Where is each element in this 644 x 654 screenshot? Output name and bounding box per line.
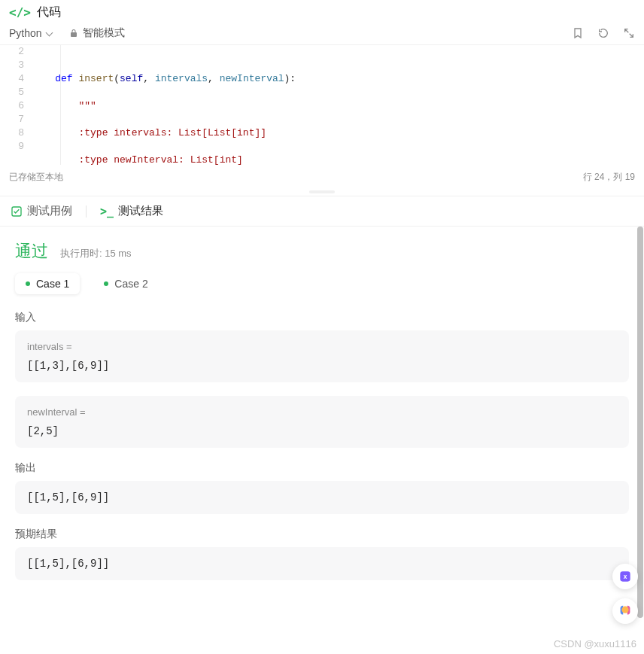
input-var-value: [[1,3],[6,9]] <box>27 360 617 372</box>
cursor-position: 行 24，列 19 <box>583 171 635 184</box>
result-tabs: 测试用例 >_ 测试结果 <box>0 196 644 227</box>
tab-divider <box>86 205 87 217</box>
runtime-label: 执行用时: 15 ms <box>60 247 132 260</box>
lock-icon <box>69 29 78 38</box>
tab-label: 测试用例 <box>27 204 72 218</box>
brain-icon <box>617 603 633 619</box>
case-tab-2[interactable]: Case 2 <box>93 273 158 294</box>
case-label: Case 2 <box>114 278 147 290</box>
status-dot <box>104 281 108 286</box>
chevron-down-icon <box>47 29 54 37</box>
status-dot <box>26 281 30 286</box>
input-box-intervals: intervals = [[1,3],[6,9]] <box>15 330 629 382</box>
result-header: 通过 执行用时: 15 ms <box>15 227 629 273</box>
expected-box: [[1,5],[6,9]] <box>15 547 629 580</box>
language-label: Python <box>9 27 42 39</box>
language-select[interactable]: Python <box>9 27 54 39</box>
case-tabs: Case 1 Case 2 <box>15 273 629 294</box>
input-var-value: [2,5] <box>27 425 617 437</box>
float-action-1[interactable]: x <box>612 564 638 589</box>
result-panel: 通过 执行用时: 15 ms Case 1 Case 2 输入 interval… <box>0 227 644 654</box>
panel-resize-handle[interactable] <box>0 190 644 194</box>
save-status: 已存储至本地 <box>9 171 63 184</box>
mode-label: 智能模式 <box>83 26 125 40</box>
reset-icon[interactable] <box>597 27 609 39</box>
expected-value: [[1,5],[6,9]] <box>27 558 617 570</box>
code-editor[interactable]: 23456789 def insert(self, intervals, new… <box>0 44 644 165</box>
result-status: 通过 <box>15 240 48 263</box>
case-tab-1[interactable]: Case 1 <box>15 273 80 294</box>
bookmark-icon[interactable] <box>572 27 584 39</box>
output-section-label: 输出 <box>15 461 629 475</box>
editor-subheader: Python 智能模式 <box>0 23 644 44</box>
terminal-icon: >_ <box>100 205 114 218</box>
checkbox-icon <box>11 205 23 217</box>
svg-text:x: x <box>624 573 627 580</box>
input-section-label: 输入 <box>15 311 629 324</box>
input-var-name: newInterval = <box>27 406 617 418</box>
expected-section-label: 预期结果 <box>15 528 629 541</box>
code-area[interactable]: def insert(self, intervals, newInterval)… <box>32 45 644 165</box>
scrollbar-thumb[interactable] <box>637 227 643 618</box>
editor-header: </> 代码 <box>0 0 644 23</box>
header-title: 代码 <box>37 5 61 20</box>
output-value: [[1,5],[6,9]] <box>27 491 617 503</box>
line-gutter: 23456789 <box>0 45 32 165</box>
output-box: [[1,5],[6,9]] <box>15 481 629 514</box>
smart-mode[interactable]: 智能模式 <box>69 26 125 40</box>
svg-point-3 <box>621 607 628 613</box>
float-action-2[interactable] <box>612 598 638 624</box>
floating-actions: x <box>612 564 638 624</box>
code-icon: </> <box>9 5 31 20</box>
input-var-name: intervals = <box>27 341 617 352</box>
tab-test-results[interactable]: >_ 测试结果 <box>100 204 163 218</box>
tab-test-cases[interactable]: 测试用例 <box>11 204 72 218</box>
editor-status-bar: 已存储至本地 行 24，列 19 <box>0 165 644 190</box>
case-label: Case 1 <box>36 278 69 290</box>
expand-icon[interactable] <box>623 27 635 39</box>
editor-toolbar-right <box>572 27 635 39</box>
tab-label: 测试结果 <box>118 204 163 218</box>
input-box-newinterval: newInterval = [2,5] <box>15 396 629 448</box>
puzzle-icon: x <box>618 569 633 584</box>
